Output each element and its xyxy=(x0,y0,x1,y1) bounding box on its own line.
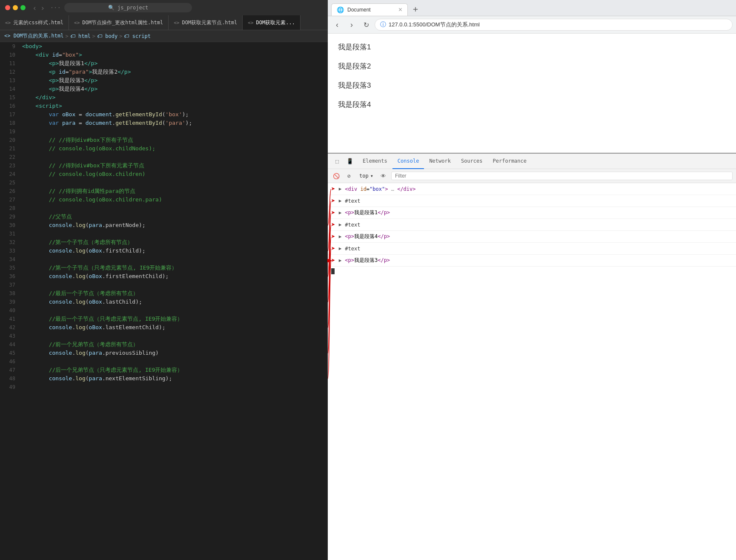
tab-performance-label: Performance xyxy=(493,158,527,164)
triangle-icon-2: ▶ xyxy=(339,198,342,204)
console-entry-6: ➤ ▶ #text xyxy=(328,243,736,255)
search-icon: 🔍 xyxy=(108,5,115,11)
line-num-20: 20 xyxy=(0,136,20,144)
tab-performance[interactable]: Performance xyxy=(488,154,532,169)
code-line-34: 34 xyxy=(0,255,328,264)
code-line-35: 35 //第一个子节点（只考虑元素节点, IE9开始兼容） xyxy=(0,264,328,272)
code-line-39: 39 console.log(oBox.lastChild); xyxy=(0,298,328,306)
line-content-17: var oBox = document.getElementById('box'… xyxy=(20,110,328,119)
line-num-43: 43 xyxy=(0,332,20,340)
line-content-25 xyxy=(20,178,328,187)
code-line-32: 32 //第一个子节点（考虑所有节点） xyxy=(0,238,328,247)
line-num-17: 17 xyxy=(0,110,20,119)
back-button[interactable]: ‹ xyxy=(331,19,343,31)
console-entry-4: ➤ ▶ #text xyxy=(328,219,736,231)
code-line-44: 44 //前一个兄弟节点（考虑所有节点） xyxy=(0,340,328,349)
tab-sources-label: Sources xyxy=(461,158,483,164)
arrow-icon-7: ➤ xyxy=(331,256,335,264)
nav-back-icon[interactable]: ‹ xyxy=(32,3,37,12)
breadcrumb-file[interactable]: <> DOM节点的关系.html xyxy=(4,32,63,40)
line-content-33: console.log(oBox.firstChild); xyxy=(20,247,328,255)
line-content-27: // console.log(oBox.children.para) xyxy=(20,195,328,204)
browser-tab-favicon: 🌐 xyxy=(337,6,344,13)
close-button[interactable] xyxy=(5,5,10,10)
top-context-dropdown[interactable]: top ▾ xyxy=(357,172,376,180)
line-content-20: // //得到div#box下所有子节点 xyxy=(20,136,328,144)
line-num-45: 45 xyxy=(0,349,20,357)
arrow-icon-2: ➤ xyxy=(331,197,335,205)
line-num-40: 40 xyxy=(0,306,20,315)
search-bar[interactable]: 🔍 js_project xyxy=(64,3,192,12)
line-num-44: 44 xyxy=(0,340,20,349)
line-num-37: 37 xyxy=(0,281,20,289)
address-bar[interactable]: ⓘ 127.0.0.1:5500/DOM节点的关系.html xyxy=(375,19,733,31)
tab-sources[interactable]: Sources xyxy=(456,154,488,169)
minimize-button[interactable] xyxy=(13,5,18,10)
line-num-27: 27 xyxy=(0,195,20,204)
breadcrumb-body[interactable]: 🏷 body xyxy=(97,33,117,39)
line-num-13: 13 xyxy=(0,76,20,85)
tab-dom-op[interactable]: <> DOM节点操作_更改html属性.html xyxy=(69,15,169,30)
clear-console-button[interactable]: 🚫 xyxy=(331,171,341,181)
line-num-14: 14 xyxy=(0,85,20,93)
code-line-24: 24 // console.log(oBox.children) xyxy=(0,170,328,178)
editor-panel: ‹ › ··· 🔍 js_project <> 元素的css样式.html <>… xyxy=(0,0,328,560)
code-line-23: 23 // //得到div#box下所有元素子节点 xyxy=(0,161,328,170)
line-num-49: 49 xyxy=(0,383,20,391)
breadcrumb-script[interactable]: 🏷 script xyxy=(124,33,151,39)
window-controls xyxy=(5,5,26,10)
line-num-29: 29 xyxy=(0,213,20,221)
window-titlebar: ‹ › ··· 🔍 js_project xyxy=(0,0,328,15)
browser-tab-document[interactable]: 🌐 Document × xyxy=(331,3,408,16)
line-content-18: var para = document.getElementById('para… xyxy=(20,119,328,127)
filter-input[interactable] xyxy=(391,172,733,180)
code-line-48: 48 console.log(para.nextElementSibling); xyxy=(0,374,328,383)
line-num-32: 32 xyxy=(0,238,20,247)
line-content-12: <p id="para">我是段落2</p> xyxy=(20,68,328,76)
forward-button[interactable]: › xyxy=(346,19,358,31)
console-entry-5: ➤ ▶ <p>我是段落4</p> xyxy=(328,231,736,243)
browser-tab-close-icon[interactable]: × xyxy=(398,6,402,14)
breadcrumb-sep2: > xyxy=(92,33,95,39)
devtools-icon-group: ⬚ 📱 xyxy=(329,155,358,167)
tab-network[interactable]: Network xyxy=(424,154,456,169)
code-line-20: 20 // //得到div#box下所有子节点 xyxy=(0,136,328,144)
line-num-25: 25 xyxy=(0,178,20,187)
triangle-icon-7: ▶ xyxy=(339,258,342,263)
triangle-icon-5: ▶ xyxy=(339,234,342,239)
code-area: 9 <body> 10 <div id="box"> 11 <p>我是段落1</… xyxy=(0,42,328,560)
console-entry-2: ➤ ▶ #text xyxy=(328,195,736,207)
code-line-30: 30 console.log(para.parentNode); xyxy=(0,221,328,230)
para3: 我是段落3 xyxy=(338,80,726,90)
code-line-43: 43 xyxy=(0,332,328,340)
tab-dom-rel[interactable]: <> DOM获取元素... xyxy=(243,15,301,30)
tab-label-dom-rel: DOM获取元素... xyxy=(256,19,295,26)
console-settings-icon[interactable]: ⊘ xyxy=(344,171,354,181)
nav-forward-icon[interactable]: › xyxy=(40,3,45,12)
line-content-42: console.log(oBox.lastElementChild); xyxy=(20,323,328,332)
eye-icon[interactable]: 👁 xyxy=(378,171,389,181)
code-line-9: 9 <body> xyxy=(0,42,328,51)
tab-elements[interactable]: Elements xyxy=(358,154,392,169)
tab-icon-dom-op: <> xyxy=(74,20,80,26)
tab-dom-get[interactable]: <> DOM获取元素节点.html xyxy=(169,15,243,30)
line-num-15: 15 xyxy=(0,93,20,102)
console-text-3: <p>我是段落1</p> xyxy=(345,209,390,216)
line-content-30: console.log(para.parentNode); xyxy=(20,221,328,230)
console-text-1: <div id="box"> … </div> xyxy=(345,186,415,192)
line-num-9: 9 xyxy=(0,42,20,51)
refresh-button[interactable]: ↻ xyxy=(360,19,372,31)
new-tab-button[interactable]: + xyxy=(410,4,421,14)
device-mode-icon[interactable]: 📱 xyxy=(344,155,356,167)
window-title: js_project xyxy=(117,5,148,11)
maximize-button[interactable] xyxy=(20,5,26,10)
tab-css[interactable]: <> 元素的css样式.html xyxy=(0,15,69,30)
breadcrumb-html[interactable]: 🏷 html xyxy=(70,33,91,39)
tab-console-label: Console xyxy=(398,158,419,164)
code-line-16: 16 <script> xyxy=(0,102,328,110)
line-content-24: // console.log(oBox.children) xyxy=(20,170,328,178)
inspect-element-icon[interactable]: ⬚ xyxy=(331,155,343,167)
line-content-45: console.log(para.previousSibling) xyxy=(20,349,328,357)
tab-console[interactable]: Console xyxy=(392,154,424,169)
triangle-icon-6: ▶ xyxy=(339,246,342,251)
